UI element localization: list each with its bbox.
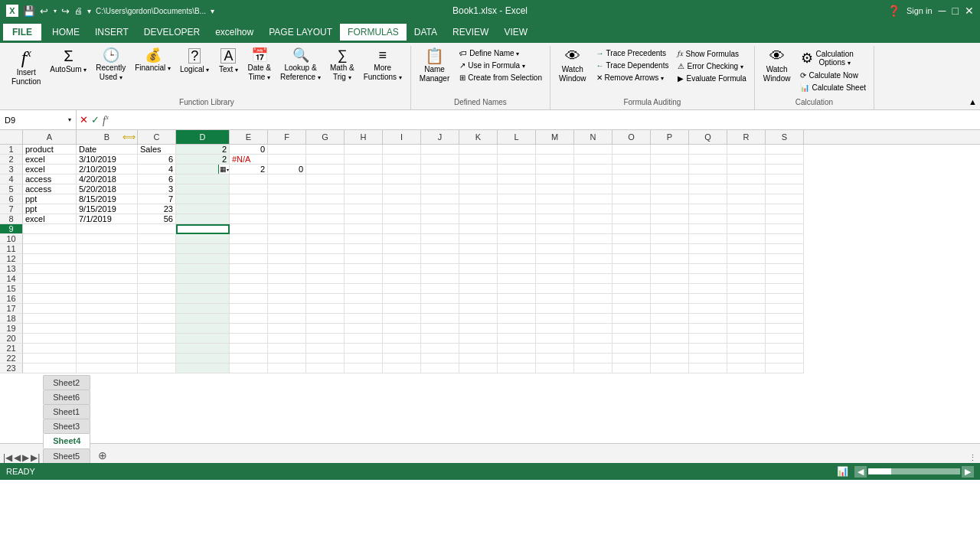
cell-R15[interactable]	[727, 284, 766, 294]
cell-O3[interactable]	[612, 165, 651, 174]
col-header-r[interactable]: R	[727, 130, 766, 144]
calculate-now-button[interactable]: ⟳ Calculate Now	[797, 70, 869, 81]
col-header-l[interactable]: L	[498, 130, 536, 144]
cell-C7[interactable]: 23	[138, 204, 176, 214]
row-number-15[interactable]: 15	[0, 284, 23, 294]
sheet-tab-sheet3[interactable]: Sheet3	[43, 419, 90, 433]
row-number-1[interactable]: 1	[0, 145, 23, 155]
cell-F16[interactable]	[268, 294, 306, 304]
math-trig-button[interactable]: ∑ Math &Trig ▾	[326, 46, 358, 84]
cell-B4[interactable]: 4/20/2018	[77, 174, 138, 184]
help-button[interactable]: ❓	[887, 5, 900, 17]
sheet-tab-sheet4[interactable]: Sheet4	[43, 433, 90, 448]
cell-M17[interactable]	[536, 304, 574, 314]
cell-J17[interactable]	[421, 304, 459, 314]
cell-C2[interactable]: 6	[138, 155, 176, 165]
cell-D15[interactable]	[176, 284, 230, 294]
cell-G9[interactable]	[306, 224, 345, 234]
cell-P17[interactable]	[651, 304, 689, 314]
undo-button[interactable]: ↩	[40, 5, 48, 17]
cell-M10[interactable]	[536, 234, 574, 244]
cell-O2[interactable]	[612, 155, 651, 165]
cell-E4[interactable]	[230, 174, 268, 184]
cell-D22[interactable]	[176, 354, 230, 364]
cell-O1[interactable]	[612, 145, 651, 155]
cell-L3[interactable]	[498, 165, 536, 174]
cell-R14[interactable]	[727, 274, 766, 284]
cell-O11[interactable]	[612, 244, 651, 254]
cell-F13[interactable]	[268, 264, 306, 274]
cell-I15[interactable]	[383, 284, 421, 294]
cell-M6[interactable]	[536, 194, 574, 204]
cell-F19[interactable]	[268, 324, 306, 334]
cell-C13[interactable]	[138, 264, 176, 274]
row-number-23[interactable]: 23	[0, 364, 23, 373]
formula-confirm-button[interactable]: ✓	[91, 114, 100, 126]
row-number-17[interactable]: 17	[0, 304, 23, 314]
sheet-tab-sheet6[interactable]: Sheet6	[43, 390, 90, 404]
cell-F1[interactable]	[268, 145, 306, 155]
cell-M15[interactable]	[536, 284, 574, 294]
cell-C15[interactable]	[138, 284, 176, 294]
cell-E16[interactable]	[230, 294, 268, 304]
cell-I19[interactable]	[383, 324, 421, 334]
cell-D5[interactable]	[176, 184, 230, 194]
col-header-s[interactable]: S	[766, 130, 804, 144]
cell-P2[interactable]	[651, 155, 689, 165]
cell-F12[interactable]	[268, 254, 306, 264]
cell-O21[interactable]	[612, 344, 651, 354]
cell-I5[interactable]	[383, 184, 421, 194]
cell-Q8[interactable]	[689, 214, 727, 224]
cell-L15[interactable]	[498, 284, 536, 294]
cell-G17[interactable]	[306, 304, 345, 314]
cell-C22[interactable]	[138, 354, 176, 364]
cell-G16[interactable]	[306, 294, 345, 304]
cell-S7[interactable]	[766, 204, 804, 214]
cell-Q14[interactable]	[689, 274, 727, 284]
cell-K4[interactable]	[459, 174, 498, 184]
cell-E19[interactable]	[230, 324, 268, 334]
cell-D3[interactable]: ▦▾	[176, 165, 230, 174]
cell-O22[interactable]	[612, 354, 651, 364]
cell-L11[interactable]	[498, 244, 536, 254]
cell-B16[interactable]	[77, 294, 138, 304]
cell-J19[interactable]	[421, 324, 459, 334]
formula-input[interactable]	[112, 116, 980, 125]
cell-R12[interactable]	[727, 254, 766, 264]
scroll-right-button[interactable]: ▶	[962, 466, 974, 478]
cell-C1[interactable]: Sales	[138, 145, 176, 155]
cell-A16[interactable]	[23, 294, 77, 304]
cell-S15[interactable]	[766, 284, 804, 294]
cell-I3[interactable]	[383, 165, 421, 174]
cell-K23[interactable]	[459, 364, 498, 373]
cell-G11[interactable]	[306, 244, 345, 254]
cell-N14[interactable]	[574, 274, 612, 284]
cell-J18[interactable]	[421, 314, 459, 324]
cell-S22[interactable]	[766, 354, 804, 364]
cell-E13[interactable]	[230, 264, 268, 274]
cell-H21[interactable]	[345, 344, 383, 354]
cell-G5[interactable]	[306, 184, 345, 194]
cell-C14[interactable]	[138, 274, 176, 284]
cell-O15[interactable]	[612, 284, 651, 294]
cell-B2[interactable]: 3/10/2019	[77, 155, 138, 165]
cell-N20[interactable]	[574, 334, 612, 344]
cell-N13[interactable]	[574, 264, 612, 274]
row-number-8[interactable]: 8	[0, 214, 23, 224]
col-header-h[interactable]: H	[345, 130, 383, 144]
cell-J5[interactable]	[421, 184, 459, 194]
cell-C23[interactable]	[138, 364, 176, 373]
cell-P4[interactable]	[651, 174, 689, 184]
cell-P6[interactable]	[651, 194, 689, 204]
cell-I7[interactable]	[383, 204, 421, 214]
cell-R13[interactable]	[727, 264, 766, 274]
cell-F17[interactable]	[268, 304, 306, 314]
cell-Q16[interactable]	[689, 294, 727, 304]
cell-Q15[interactable]	[689, 284, 727, 294]
cell-B11[interactable]	[77, 244, 138, 254]
cell-G23[interactable]	[306, 364, 345, 373]
cell-D6[interactable]	[176, 194, 230, 204]
cell-S5[interactable]	[766, 184, 804, 194]
row-number-22[interactable]: 22	[0, 354, 23, 364]
cell-N9[interactable]	[574, 224, 612, 234]
